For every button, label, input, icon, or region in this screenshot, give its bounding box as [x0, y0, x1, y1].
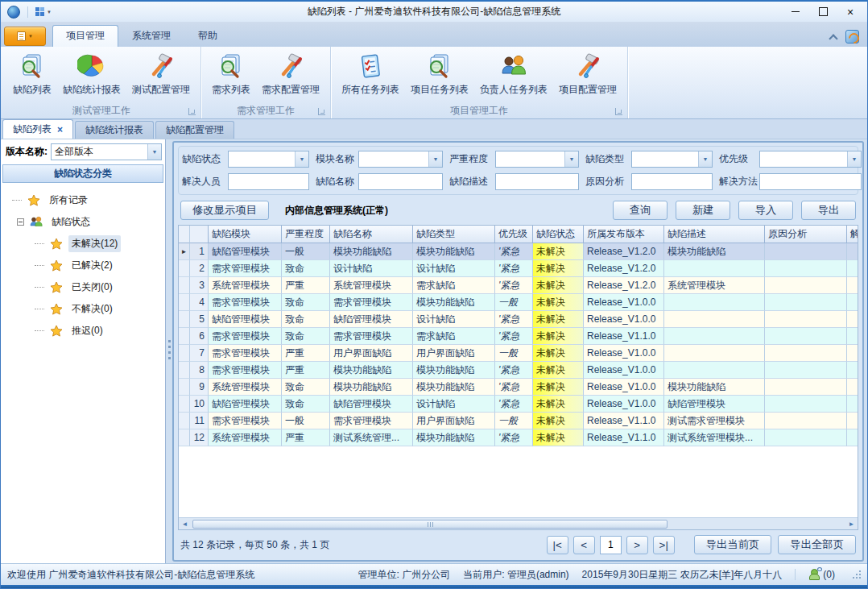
filter-input-原因分析[interactable]	[631, 173, 713, 190]
filter-input-缺陷名称[interactable]	[358, 173, 443, 190]
ribbon-tab-帮助[interactable]: 帮助	[184, 25, 231, 47]
filter-select-严重程度[interactable]: ▼	[495, 151, 579, 168]
table-row[interactable]: ►1缺陷管理模块一般模块功能缺陷模块功能缺陷'紧急未解决Release_V1.2…	[179, 243, 858, 260]
dialog-launcher-icon[interactable]	[188, 108, 196, 115]
scroll-left-icon[interactable]: ◄	[179, 518, 191, 529]
table-row[interactable]: 3系统管理模块严重系统管理模块需求缺陷'紧急未解决Release_V1.2.0系…	[179, 277, 858, 294]
action-button-新建[interactable]: 新建	[676, 201, 730, 220]
cell-解决方法	[847, 294, 858, 311]
table-row[interactable]: 2需求管理模块致命设计缺陷设计缺陷'紧急未解决Release_V1.2.0	[179, 260, 858, 277]
tree-item-不解决(0)[interactable]: 不解决(0)	[1, 298, 165, 320]
quick-access-toolbar-button[interactable]: ▼	[32, 6, 55, 18]
maximize-button[interactable]	[809, 3, 837, 20]
filter-select-模块名称[interactable]: ▼	[358, 151, 443, 168]
tree-item-缺陷状态[interactable]: 缺陷状态	[1, 211, 165, 233]
export-current-page-button[interactable]: 导出当前页	[694, 535, 772, 554]
modify-display-items-button[interactable]: 修改显示项目	[180, 201, 269, 220]
next-page-button[interactable]: >	[626, 536, 648, 554]
ribbon-button-缺陷统计报表[interactable]: 缺陷统计报表	[57, 50, 126, 99]
scrollbar-thumb[interactable]	[192, 520, 668, 529]
scroll-right-icon[interactable]: ►	[845, 518, 858, 529]
tree-item-已解决(2)[interactable]: 已解决(2)	[1, 255, 165, 276]
doc-tab-缺陷统计报表[interactable]: 缺陷统计报表	[75, 121, 154, 139]
sidebar-splitter[interactable]	[166, 139, 172, 563]
ribbon-button-需求配置管理[interactable]: 需求配置管理	[256, 50, 325, 99]
action-button-导入[interactable]: 导入	[738, 201, 793, 220]
cell-优先级: '紧急	[495, 328, 533, 345]
table-row[interactable]: 5缺陷管理模块致命缺陷管理模块设计缺陷'紧急未解决Release_V1.0.0	[179, 311, 858, 328]
filter-label-优先级: 优先级	[719, 152, 759, 166]
close-button[interactable]: ×	[837, 3, 864, 20]
filter-input-field[interactable]	[359, 174, 442, 189]
filter-select-优先级[interactable]: ▼	[759, 151, 862, 168]
prev-page-button[interactable]: <	[573, 536, 595, 554]
checklist-icon	[356, 52, 385, 81]
ribbon-button-需求列表[interactable]: 需求列表	[206, 50, 256, 99]
horizontal-scrollbar[interactable]: ◄ ►	[179, 517, 858, 529]
filter-input-field[interactable]	[496, 174, 578, 189]
dialog-launcher-icon[interactable]	[318, 108, 325, 115]
filter-select-缺陷类型[interactable]: ▼	[631, 151, 713, 168]
column-header-缺陷状态[interactable]: 缺陷状态	[533, 226, 584, 243]
export-all-pages-button[interactable]: 导出全部页	[778, 535, 856, 554]
filter-input-field[interactable]	[229, 174, 308, 189]
table-row[interactable]: 7需求管理模块严重用户界面缺陷用户界面缺陷一般未解决Release_V1.0.0	[179, 345, 858, 362]
column-header-缺陷类型[interactable]: 缺陷类型	[413, 226, 495, 243]
ribbon-tab-系统管理[interactable]: 系统管理	[118, 25, 184, 47]
table-row[interactable]: 6需求管理模块致命需求管理模块需求缺陷'紧急未解决Release_V1.1.0	[179, 328, 858, 345]
tree-item-未解决(12)[interactable]: 未解决(12)	[1, 233, 165, 255]
cell-缺陷类型: 设计缺陷	[413, 311, 495, 328]
ribbon-button-项目配置管理[interactable]: 项目配置管理	[553, 50, 622, 99]
filter-input-解决人员[interactable]	[228, 173, 309, 190]
filter-input-缺陷描述[interactable]	[495, 173, 579, 190]
column-header-缺陷名称[interactable]: 缺陷名称	[330, 226, 413, 243]
page-number-input[interactable]: 1	[600, 536, 622, 554]
last-page-button[interactable]: >|	[653, 536, 675, 554]
resize-grip-icon[interactable]	[853, 570, 861, 579]
table-row[interactable]: 8需求管理模块严重模块功能缺陷模块功能缺陷'紧急未解决Release_V1.0.…	[179, 362, 858, 379]
tree-item-推迟(0)[interactable]: 推迟(0)	[1, 320, 165, 342]
collapse-expander-icon[interactable]	[17, 218, 24, 226]
cell-原因分析	[765, 362, 847, 379]
close-tab-icon[interactable]: ×	[57, 125, 63, 135]
version-select[interactable]: 全部版本 ▼	[51, 143, 162, 160]
action-button-导出[interactable]: 导出	[801, 201, 856, 220]
collapse-ribbon-icon[interactable]	[829, 33, 837, 41]
column-header-缺陷模块[interactable]: 缺陷模块	[209, 226, 282, 243]
table-row[interactable]: 12系统管理模块严重测试系统管理...模块功能缺陷'紧急未解决Release_V…	[179, 429, 858, 446]
ribbon-button-缺陷列表[interactable]: 缺陷列表	[7, 50, 57, 99]
doc-tab-缺陷列表[interactable]: 缺陷列表×	[2, 119, 73, 139]
filter-input-field[interactable]	[760, 174, 861, 189]
column-header-解决方法[interactable]: 解决方法	[847, 226, 858, 243]
table-row[interactable]: 10缺陷管理模块致命缺陷管理模块设计缺陷'紧急未解决Release_V1.0.0…	[179, 396, 858, 413]
tree-item-已关闭(0)[interactable]: 已关闭(0)	[1, 276, 165, 298]
ribbon-button-所有任务列表[interactable]: 所有任务列表	[336, 50, 405, 99]
filter-input-解决方法[interactable]	[759, 173, 862, 190]
help-icon[interactable]	[845, 30, 859, 44]
tools-icon	[276, 52, 305, 81]
ribbon-button-label: 缺陷统计报表	[63, 83, 121, 97]
dialog-launcher-icon[interactable]	[615, 108, 622, 115]
table-row[interactable]: 9系统管理模块致命模块功能缺陷模块功能缺陷'紧急未解决Release_V1.0.…	[179, 379, 858, 396]
minimize-button[interactable]	[782, 3, 809, 20]
action-button-查询[interactable]: 查询	[613, 201, 668, 220]
column-header-原因分析[interactable]: 原因分析	[765, 226, 847, 243]
ribbon-button-项目任务列表[interactable]: 项目任务列表	[405, 50, 474, 99]
column-header-严重程度[interactable]: 严重程度	[282, 226, 330, 243]
filter-select-缺陷状态[interactable]: ▼	[228, 151, 309, 168]
application-menu-button[interactable]: ▼	[4, 27, 46, 46]
ribbon-button-负责人任务列表[interactable]: 负责人任务列表	[474, 50, 553, 99]
pie-chart-icon	[77, 52, 106, 81]
filter-input-field[interactable]	[632, 174, 712, 189]
column-header-优先级[interactable]: 优先级	[495, 226, 533, 243]
column-header-缺陷描述[interactable]: 缺陷描述	[664, 226, 765, 243]
column-header-所属发布版本[interactable]: 所属发布版本	[584, 226, 664, 243]
online-users-icon[interactable]	[808, 569, 820, 580]
table-row[interactable]: 11需求管理模块一般需求管理模块用户界面缺陷一般未解决Release_V1.1.…	[179, 413, 858, 429]
tree-item-所有记录[interactable]: 所有记录	[1, 189, 165, 211]
doc-tab-缺陷配置管理[interactable]: 缺陷配置管理	[155, 121, 234, 139]
table-row[interactable]: 4需求管理模块致命需求管理模块模块功能缺陷一般未解决Release_V1.0.0	[179, 294, 858, 311]
ribbon-button-测试配置管理[interactable]: 测试配置管理	[126, 50, 196, 99]
ribbon-tab-项目管理[interactable]: 项目管理	[52, 25, 118, 47]
first-page-button[interactable]: |<	[547, 536, 568, 554]
